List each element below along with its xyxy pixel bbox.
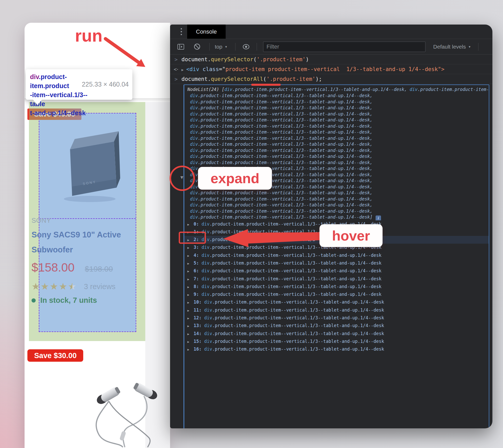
toolbar-separator xyxy=(235,43,235,51)
earbuds-product-image xyxy=(84,370,169,448)
console-prompt-icon: > xyxy=(172,56,180,63)
nodelist-preview-line: div.product-item.product-item--vertical.… xyxy=(184,160,489,166)
info-icon[interactable]: i xyxy=(376,215,381,220)
nodelist-item-row-5[interactable]: ▶5: div.product-item.product-item--verti… xyxy=(184,259,489,267)
star-rating-icon: ★★★★★ xyxy=(32,281,77,292)
compare-price: $198.00 xyxy=(85,265,113,273)
review-count[interactable]: 3 reviews xyxy=(84,282,116,291)
toolbar-separator xyxy=(257,43,257,51)
product-title[interactable]: Sony SACS9 10" Active Subwoofer xyxy=(32,227,121,257)
stock-row: In stock, 7 units xyxy=(32,296,97,305)
log-levels-dropdown[interactable]: Default levels ▼ xyxy=(433,44,471,50)
expand-arrow-icon: ▶ xyxy=(187,236,194,244)
nodelist-item-row-13[interactable]: ▶13: div.product-item.product-item--vert… xyxy=(184,322,489,330)
expand-arrow-icon: ▶ xyxy=(187,283,194,291)
run-annotation-label: run xyxy=(75,26,102,45)
sale-price: $158.00 xyxy=(32,260,74,274)
underlined-all-token: All xyxy=(253,76,263,82)
nodelist-item-row-11[interactable]: ▶11: div.product-item.product-item--vert… xyxy=(184,306,489,314)
nodelist-preview-line: div.product-item.product-item--vertical.… xyxy=(184,141,489,148)
browser-page: Save $40.00 SONY SONY Sony SACS9 10" Act… xyxy=(25,23,170,448)
nodelist-preview-line: div.product-item.product-item--vertical.… xyxy=(184,153,489,160)
hover-annotation-label: hover xyxy=(319,224,383,247)
nodelist-item-row-16[interactable]: ▶16: div.product-item.product-item--vert… xyxy=(184,345,489,353)
filter-input[interactable] xyxy=(263,42,425,52)
price-row: $158.00 $198.00 xyxy=(32,260,113,274)
expand-triangle-icon[interactable]: ▼ xyxy=(179,175,184,180)
show-sidebar-icon[interactable] xyxy=(177,44,184,50)
chevron-down-icon: ▼ xyxy=(225,45,227,48)
nodelist-item-row-9[interactable]: ▶9: div.product-item.product-item--verti… xyxy=(184,291,489,298)
rating-row: ★★★★★ 3 reviews xyxy=(32,281,116,292)
screenshot-canvas: Save $40.00 SONY SONY Sony SACS9 10" Act… xyxy=(0,0,503,448)
product-brand: SONY xyxy=(32,217,51,225)
subwoofer-product-image: SONY xyxy=(55,119,122,204)
kebab-menu-icon[interactable] xyxy=(177,25,186,39)
nodelist-preview-line: div.product-item.product-item--vertical.… xyxy=(184,202,489,208)
inspect-overlay-inner-boundary xyxy=(39,218,136,219)
inspect-tooltip-dimensions: 225.33 × 460.04 xyxy=(82,81,129,88)
console-entry-command-1[interactable]: > document.querySelector('.product-item'… xyxy=(170,55,492,64)
devtools-tabbar: Console xyxy=(170,25,492,39)
console-result-icon: <· xyxy=(172,66,180,72)
expand-arrow-icon: ▶ xyxy=(187,330,194,338)
expand-arrow-icon: ▶ xyxy=(187,260,194,267)
tab-console[interactable]: Console xyxy=(187,25,226,39)
toolbar-separator xyxy=(478,43,478,51)
expand-arrow-icon: ▶ xyxy=(187,221,194,228)
nodelist-item-row-14[interactable]: ▶14: div.product-item.product-item--vert… xyxy=(184,330,489,338)
console-toolbar: top ▼ Default levels ▼ xyxy=(170,39,492,55)
nodelist-item-row-12[interactable]: ▶12: div.product-item.product-item--vert… xyxy=(184,314,489,322)
expand-arrow-icon: ▶ xyxy=(187,338,194,345)
nodelist-preview-line: div.product-item.product-item--vertical.… xyxy=(184,93,489,99)
expand-arrow-icon: ▶ xyxy=(187,307,194,314)
nodelist-preview-line: div.product-item.product-item--vertical.… xyxy=(184,105,489,111)
expand-arrow-icon: ▶ xyxy=(187,276,194,283)
nodelist-preview-line: div.product-item.product-item--vertical.… xyxy=(184,117,489,123)
expand-arrow-icon[interactable]: ▶ xyxy=(181,68,184,72)
nodelist-item-row-8[interactable]: ▶8: div.product-item.product-item--verti… xyxy=(184,283,489,291)
expand-annotation-label: expand xyxy=(198,167,272,190)
console-prompt-icon: > xyxy=(172,76,180,82)
expand-arrow-icon: ▶ xyxy=(187,268,194,275)
nodelist-item-row-7[interactable]: ▶7: div.product-item.product-item--verti… xyxy=(184,275,489,283)
expand-arrow-icon: ▶ xyxy=(187,346,194,353)
nodelist-item-row-6[interactable]: ▶6: div.product-item.product-item--verti… xyxy=(184,267,489,275)
in-stock-dot-icon xyxy=(32,298,36,303)
toolbar-separator xyxy=(209,43,210,51)
expand-arrow-icon: ▶ xyxy=(187,244,194,251)
nodelist-preview-line: div.product-item.product-item--vertical.… xyxy=(184,214,489,220)
expand-arrow-icon: ▶ xyxy=(187,299,194,306)
sale-badge-next: Save $30.00 xyxy=(27,349,83,362)
nodelist-preview-line: div.product-item.product-item--vertical.… xyxy=(184,196,489,202)
nodelist-preview-line: div.product-item.product-item--vertical.… xyxy=(184,111,489,117)
nodelist-item-row-4[interactable]: ▶4: div.product-item.product-item--verti… xyxy=(184,252,489,259)
expand-arrow-icon: ▶ xyxy=(187,291,194,298)
live-expression-eye-icon[interactable] xyxy=(242,43,250,50)
clear-console-icon[interactable] xyxy=(194,43,201,50)
nodelist-preview-line: div.product-item.product-item--vertical.… xyxy=(184,208,489,214)
nodelist-result-block[interactable]: NodeList(24) [div.product-item.product-i… xyxy=(184,84,489,428)
nodelist-preview-header: NodeList(24) [div.product-item.product-i… xyxy=(184,86,489,93)
nodelist-preview-line: div.product-item.product-item--vertical.… xyxy=(184,135,489,142)
tooltip-caret xyxy=(33,100,42,105)
expand-arrow-icon: ▶ xyxy=(187,252,194,259)
expand-arrow-icon: ▶ xyxy=(187,229,194,236)
nodelist-preview-line: div.product-item.product-item--vertical.… xyxy=(184,148,489,154)
expand-arrow-icon: ▶ xyxy=(187,315,194,322)
chevron-down-icon: ▼ xyxy=(468,45,471,48)
expand-arrow-icon: ▶ xyxy=(187,322,194,330)
nodelist-item-row-15[interactable]: ▶15: div.product-item.product-item--vert… xyxy=(184,338,489,345)
context-selector[interactable]: top ▼ xyxy=(215,44,227,50)
console-entry-result-1[interactable]: <· ▶<div class="product-item product-ite… xyxy=(170,64,492,74)
nodelist-preview-line: div.product-item.product-item--vertical.… xyxy=(184,129,489,135)
inspect-tooltip-selector: div.product-item.product -item--vertical… xyxy=(30,72,100,118)
stock-status: In stock, 7 units xyxy=(40,296,97,305)
inspect-tooltip: div.product-item.product -item--vertical… xyxy=(26,69,132,100)
console-entry-command-2[interactable]: > document.querySelectorAll('.product-it… xyxy=(170,74,492,84)
nodelist-preview-lines: div.product-item.product-item--vertical.… xyxy=(184,93,489,220)
nodelist-preview-line: div.product-item.product-item--vertical.… xyxy=(184,123,489,129)
nodelist-preview-line: div.product-item.product-item--vertical.… xyxy=(184,190,489,196)
nodelist-item-row-10[interactable]: ▶10: div.product-item.product-item--vert… xyxy=(184,298,489,306)
nodelist-preview-line: div.product-item.product-item--vertical.… xyxy=(184,99,489,105)
